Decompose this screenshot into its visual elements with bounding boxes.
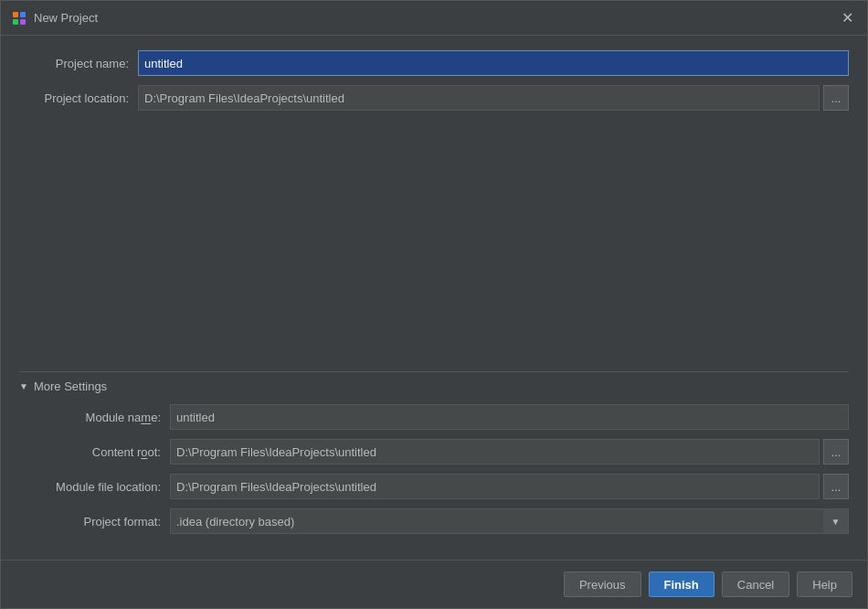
more-settings-form: Module name: Content root: ... — [19, 404, 849, 536]
cancel-button[interactable]: Cancel — [722, 572, 789, 597]
project-location-browse-button[interactable]: ... — [823, 85, 849, 111]
close-button[interactable]: ✕ — [838, 9, 856, 27]
module-name-input-wrapper — [170, 404, 849, 430]
svg-rect-3 — [20, 19, 26, 25]
module-file-location-row: Module file location: ... — [19, 474, 849, 499]
project-name-row: Project name: — [19, 50, 849, 76]
project-format-row: Project format: .idea (directory based) … — [19, 508, 849, 534]
project-format-select[interactable]: .idea (directory based) .ipr (file based… — [170, 508, 849, 534]
project-format-label: Project format: — [19, 515, 170, 529]
content-root-browse-button[interactable]: ... — [823, 439, 849, 465]
module-file-location-input[interactable] — [170, 474, 820, 499]
module-file-location-input-wrapper: ... — [170, 474, 849, 499]
module-name-input[interactable] — [170, 404, 849, 430]
dialog-content: Project name: Project location: ... ▼ Mo… — [1, 36, 867, 560]
more-settings-section: ▼ More Settings Module name: Content ro — [19, 371, 849, 536]
previous-button[interactable]: Previous — [564, 572, 641, 597]
title-bar: New Project ✕ — [1, 1, 867, 36]
app-icon — [12, 11, 26, 26]
project-name-label: Project name: — [19, 57, 138, 70]
content-spacer — [19, 120, 849, 371]
finish-button[interactable]: Finish — [649, 572, 715, 597]
more-settings-label: More Settings — [34, 379, 107, 393]
project-name-input-wrapper — [138, 50, 849, 76]
dialog-title: New Project — [34, 11, 98, 25]
content-root-input-wrapper: ... — [170, 439, 849, 465]
svg-rect-2 — [13, 19, 18, 25]
content-root-input[interactable] — [170, 439, 820, 465]
more-settings-toggle[interactable]: ▼ More Settings — [19, 379, 849, 393]
project-location-input[interactable] — [138, 85, 820, 111]
title-bar-left: New Project — [12, 11, 98, 26]
svg-rect-0 — [13, 12, 18, 17]
project-location-input-wrapper: ... — [138, 85, 849, 111]
module-file-location-browse-button[interactable]: ... — [823, 474, 849, 499]
module-name-label: Module name: — [19, 411, 170, 424]
help-button[interactable]: Help — [797, 572, 852, 597]
content-root-label: Content root: — [19, 445, 170, 459]
new-project-dialog: New Project ✕ Project name: Project loca… — [0, 0, 868, 609]
project-name-input[interactable] — [138, 50, 849, 76]
dialog-footer: Previous Finish Cancel Help — [1, 560, 867, 608]
project-format-input-wrapper: .idea (directory based) .ipr (file based… — [170, 508, 849, 534]
project-location-label: Project location: — [19, 91, 138, 105]
project-format-select-container: .idea (directory based) .ipr (file based… — [170, 508, 849, 534]
svg-rect-1 — [20, 12, 26, 17]
content-root-row: Content root: ... — [19, 439, 849, 465]
project-location-row: Project location: ... — [19, 85, 849, 111]
module-name-row: Module name: — [19, 404, 849, 430]
module-file-location-label: Module file location: — [19, 480, 170, 494]
toggle-arrow-icon: ▼ — [19, 381, 28, 391]
select-arrow-icon: ▼ — [823, 508, 849, 534]
